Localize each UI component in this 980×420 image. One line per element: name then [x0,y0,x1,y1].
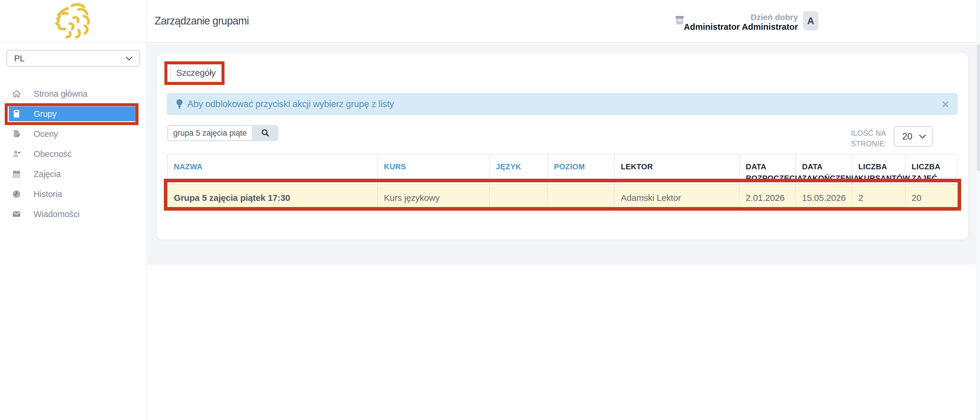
document-pencil-icon [11,129,22,139]
column-header-liczba-zajec: LICZBA ZAJĘĆ [905,154,958,184]
home-icon [11,88,22,99]
sidebar-nav: Strona główna Grupy Oceny Obecność Zajęc… [0,84,146,224]
avatar[interactable]: A [803,11,819,30]
chevron-down-icon [126,57,132,61]
cell-liczba-zajec: 20 [905,184,958,211]
cell-kurs: Kurs językowy [377,184,489,211]
column-header-kurs[interactable]: KURS [377,154,489,184]
chevron-down-icon [919,134,926,139]
cell-data-rozpoczecia: 2.01.2026 [739,184,795,211]
avatar-letter: A [807,15,815,27]
sidebar-item-label: Zajęcia [33,169,61,179]
table-header-row: NAZWA KURS JĘZYK POZIOM LEKTOR DATA ROZP… [167,154,958,184]
clock-icon [11,189,22,200]
sidebar-item-label: Strona główna [33,89,88,99]
book-icon [11,109,22,119]
scrollbar-track [976,0,980,420]
sidebar-item-label: Historia [33,189,62,199]
top-bar: Zarządzanie grupami Dzień dobry Administ… [147,0,980,43]
sidebar-item-strona-glowna[interactable]: Strona główna [0,84,146,104]
table-row[interactable]: Grupa 5 zajęcia piątek 17:30 Kurs języko… [167,184,958,211]
page-size-value: 20 [902,131,912,142]
page-title: Zarządzanie grupami [155,15,249,27]
cell-nazwa: Grupa 5 zajęcia piątek 17:30 [167,184,377,211]
column-header-nazwa[interactable]: NAZWA [167,154,377,184]
page-size-label: ILOŚĆ NA STRONIE: [851,128,888,149]
search-input[interactable] [167,125,252,141]
cell-poziom [547,184,614,211]
cell-lektor: Adamski Lektor [614,184,739,211]
column-header-data-rozpoczecia: DATA ROZPOCZĘCIA [739,154,795,184]
search-button[interactable] [252,125,278,141]
person-check-icon [11,149,22,159]
sidebar-item-label: Wiadomości [33,209,80,219]
groups-card: Szczegóły Aby odblokować przyciski akcji… [157,53,968,240]
column-header-jezyk[interactable]: JĘZYK [489,154,547,184]
groups-table: NAZWA KURS JĘZYK POZIOM LEKTOR DATA ROZP… [167,154,958,212]
cell-liczba-kursantow: 2 [852,184,905,211]
calendar-icon [11,169,22,179]
greeting-text: Dzień dobry [684,13,798,22]
search-bar [167,125,278,141]
cell-data-zakonczenia: 15.05.2026 [795,184,852,211]
page-size-select[interactable]: 20 [894,126,932,147]
sidebar-item-oceny[interactable]: Oceny [0,124,146,144]
lion-logo-icon [45,2,101,40]
column-header-lektor: LEKTOR [614,154,739,184]
column-header-poziom[interactable]: POZIOM [547,154,614,184]
details-button[interactable]: Szczegóły [170,64,222,82]
close-icon[interactable]: × [942,98,949,110]
info-banner: Aby odblokować przyciski akcji wybierz g… [167,93,958,115]
info-banner-text: Aby odblokować przyciski akcji wybierz g… [188,99,394,109]
sidebar-item-grupy[interactable]: Grupy [0,104,146,124]
language-select-value: PL [14,54,24,64]
user-greeting-block: Dzień dobry Administrator Administrator [684,13,798,32]
sidebar-item-label: Oceny [33,129,58,139]
sidebar-item-historia[interactable]: Historia [0,184,146,204]
scrollbar-thumb[interactable] [977,44,980,171]
user-name: Administrator Administrator [684,22,798,31]
language-select[interactable]: PL [6,50,140,67]
sidebar: PL Strona główna Grupy Oceny [0,0,146,420]
search-icon [261,128,270,138]
column-header-liczba-kursantow: LICZBA KURSANTÓW [852,154,905,184]
sidebar-item-zajecia[interactable]: Zajęcia [0,164,146,184]
archive-box-icon[interactable] [676,16,684,25]
cell-jezyk [489,184,547,211]
sidebar-item-label: Grupy [33,109,57,119]
column-header-data-zakonczenia: DATA ZAKOŃCZENIA [795,154,852,184]
lightbulb-icon [176,99,183,110]
logo [0,0,146,43]
content-area: Szczegóły Aby odblokować przyciski akcji… [147,43,976,265]
sidebar-item-obecnosc[interactable]: Obecność [0,144,146,164]
mail-icon [11,209,22,219]
sidebar-item-label: Obecność [33,149,72,159]
sidebar-item-wiadomosci[interactable]: Wiadomości [0,204,146,224]
